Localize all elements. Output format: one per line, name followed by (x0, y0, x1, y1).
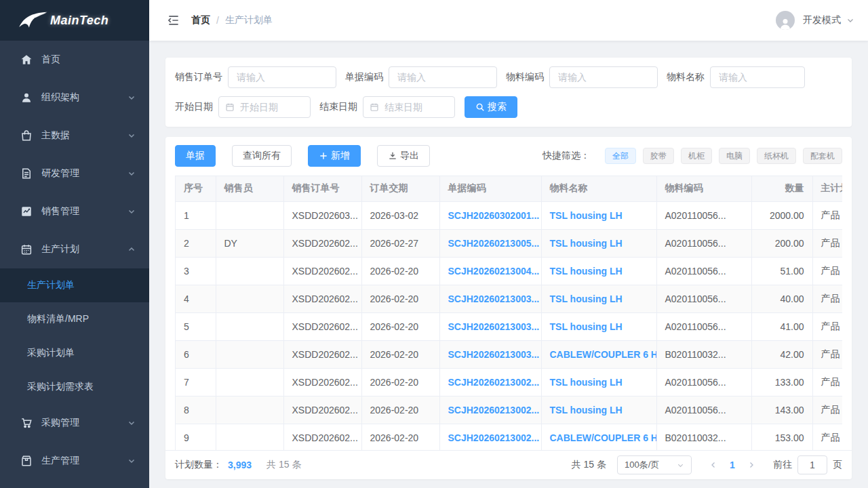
sidebar-subitem-label: 采购计划单 (27, 347, 75, 359)
doc-code-link[interactable]: SCJH20260213002... (448, 377, 540, 388)
start-date-input[interactable] (218, 96, 311, 118)
cell-seq: 1 (176, 201, 216, 229)
quick-filter-group: 快捷筛选： 全部 胶带 机柜 电脑 纸杯机 配套机 (542, 148, 842, 164)
quick-filter-cabinet[interactable]: 机柜 (681, 148, 712, 164)
filter-material-code: 物料编码 (506, 66, 658, 88)
sidebar-subitem-label: 生产计划单 (27, 279, 75, 291)
download-icon (388, 151, 397, 161)
material-name-input[interactable] (710, 66, 805, 88)
filter-label: 单据编码 (345, 71, 383, 83)
cell-salesperson (216, 396, 283, 424)
page-size-value: 100条/页 (625, 459, 659, 471)
chevron-down-icon (677, 462, 684, 469)
cell-seq: 3 (176, 257, 216, 285)
doc-code-input[interactable] (389, 66, 497, 88)
sidebar-subitem-production-plan-order[interactable]: 生产计划单 (0, 268, 149, 302)
plan-qty-label: 计划数量： (175, 459, 222, 471)
cell-sales-order: XSDD202602... (283, 340, 361, 368)
user-menu[interactable]: 开发模式 (776, 11, 854, 30)
goto-suffix: 页 (833, 459, 842, 471)
sidebar-item-sales[interactable]: 销售管理 (0, 192, 149, 230)
quick-filter-computer[interactable]: 电脑 (719, 148, 750, 164)
cell-material-code: A020110056... (656, 201, 751, 229)
cell-salesperson (216, 340, 283, 368)
doc-code-link[interactable]: SCJH20260213004... (448, 266, 540, 277)
add-button[interactable]: 新增 (308, 145, 361, 167)
cell-plan-type: 产品 (812, 257, 842, 285)
material-name-link[interactable]: TSL housing LH (550, 377, 623, 388)
material-name-link[interactable]: TSL housing LH (550, 405, 623, 415)
doc-code-link[interactable]: SCJH20260213003... (448, 293, 540, 304)
sidebar-subitem-bom-mrp[interactable]: 物料清单/MRP (0, 302, 149, 336)
sidebar-subitem-purchase-plan[interactable]: 采购计划单 (0, 336, 149, 370)
sidebar-item-label: 研发管理 (41, 167, 79, 180)
doc-code-link[interactable]: SCJH20260213005... (448, 238, 540, 249)
doc-code-link[interactable]: SCJH20260213003... (448, 349, 540, 360)
sidebar-item-production-plan[interactable]: 生产计划 (0, 230, 149, 268)
doc-code-link[interactable]: SCJH20260302001... (448, 210, 540, 221)
material-name-link[interactable]: CABLEW/COUPLER 6 HE (550, 349, 657, 360)
doc-code-link[interactable]: SCJH20260213003... (448, 321, 540, 332)
chevron-down-icon (127, 207, 136, 216)
col-seq: 序号 (176, 176, 216, 201)
filter-label: 物料编码 (506, 71, 544, 83)
plan-qty-value: 3,993 (228, 460, 252, 470)
cell-delivery-date: 2026-02-20 (361, 368, 439, 396)
table-row: 3 XSDD202602... 2026-02-20 SCJH202602130… (176, 257, 842, 285)
sidebar-item-home[interactable]: 首页 (0, 41, 149, 79)
table-row: 1 XSDD202603... 2026-03-02 SCJH202603020… (176, 201, 842, 229)
material-code-input[interactable] (549, 66, 658, 88)
query-all-button[interactable]: 查询所有 (232, 145, 292, 167)
chip-label: 全部 (612, 150, 629, 162)
doc-code-link[interactable]: SCJH20260213002... (448, 432, 540, 443)
cell-sales-order: XSDD202602... (283, 229, 361, 257)
goto-page-input[interactable] (797, 455, 827, 474)
app-layout: MainTech 首页 组织架构 主数据 (0, 0, 868, 488)
cell-sales-order: XSDD202602... (283, 312, 361, 340)
material-name-link[interactable]: TSL housing LH (550, 266, 623, 277)
prev-page-button[interactable] (705, 455, 722, 474)
cell-plan-type: 产品 (812, 201, 842, 229)
next-page-button[interactable] (743, 455, 760, 474)
sidebar-item-label: 主数据 (41, 129, 70, 142)
cell-delivery-date: 2026-02-20 (361, 424, 439, 450)
doc-code-link[interactable]: SCJH20260213002... (448, 405, 540, 415)
export-button[interactable]: 导出 (377, 145, 430, 167)
sidebar-collapse-icon[interactable] (167, 14, 180, 27)
search-icon (475, 102, 485, 112)
chevron-down-icon (127, 169, 136, 178)
material-name-link[interactable]: CABLEW/COUPLER 6 HE (550, 432, 657, 443)
sidebar-item-master-data[interactable]: 主数据 (0, 117, 149, 155)
sidebar-item-label: 生产管理 (41, 455, 79, 467)
material-name-link[interactable]: TSL housing LH (550, 321, 623, 332)
material-name-link[interactable]: TSL housing LH (550, 293, 623, 304)
table-panel: 单据 查询所有 新增 导出 快捷筛 (165, 137, 852, 479)
end-date-input[interactable] (363, 96, 455, 118)
sidebar-item-org[interactable]: 组织架构 (0, 79, 149, 117)
table-row: 8 XSDD202602... 2026-02-20 SCJH202602130… (176, 396, 842, 424)
quick-filter-papercup-machine[interactable]: 纸杯机 (757, 148, 796, 164)
quick-filter-tape[interactable]: 胶带 (643, 148, 674, 164)
page-size-select[interactable]: 100条/页 (617, 455, 692, 474)
page-number-1[interactable]: 1 (724, 460, 741, 470)
col-material-code: 物料编码 (656, 176, 751, 201)
doc-button[interactable]: 单据 (175, 145, 216, 167)
material-name-link[interactable]: TSL housing LH (550, 238, 623, 249)
breadcrumb-home-link[interactable]: 首页 (191, 14, 210, 26)
material-name-link[interactable]: TSL housing LH (550, 210, 623, 221)
quick-filter-all[interactable]: 全部 (605, 148, 636, 164)
sales-order-input[interactable] (228, 66, 336, 88)
filter-start-date: 开始日期 (175, 96, 311, 118)
quick-filter-supporting-machine[interactable]: 配套机 (803, 148, 842, 164)
sidebar-item-production-mgmt[interactable]: 生产管理 (0, 442, 149, 480)
cell-material-code: A020110056... (656, 396, 751, 424)
cell-salesperson (216, 285, 283, 312)
sidebar-item-procurement[interactable]: 采购管理 (0, 404, 149, 442)
search-button[interactable]: 搜索 (465, 96, 517, 118)
col-delivery-date: 订单交期 (361, 176, 439, 201)
col-plan-type: 主计划 (812, 176, 842, 201)
sidebar-subitem-purchase-demand[interactable]: 采购计划需求表 (0, 370, 149, 404)
cell-material-code: A020110056... (656, 312, 751, 340)
chevron-down-icon (127, 419, 136, 427)
sidebar-item-rnd[interactable]: 研发管理 (0, 155, 149, 192)
